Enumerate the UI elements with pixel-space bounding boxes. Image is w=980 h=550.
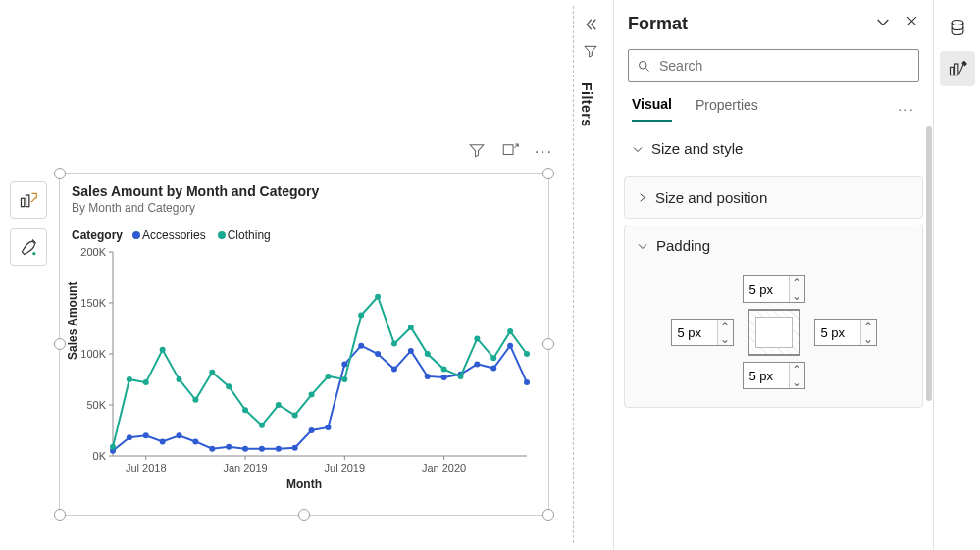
svg-point-52 <box>160 347 166 353</box>
svg-text:Jan 2019: Jan 2019 <box>223 462 267 474</box>
filter-icon[interactable] <box>468 141 486 163</box>
data-pane-icon[interactable] <box>940 10 975 45</box>
chart-subtitle: By Month and Category <box>72 201 537 215</box>
svg-point-58 <box>259 423 265 428</box>
svg-point-54 <box>192 397 198 403</box>
resize-handle[interactable] <box>54 168 66 179</box>
scrollbar[interactable] <box>926 126 932 401</box>
svg-point-32 <box>259 446 265 452</box>
step-down-icon[interactable]: ⌄ <box>790 289 804 302</box>
resize-handle[interactable] <box>298 509 310 521</box>
svg-point-63 <box>341 376 347 382</box>
legend-swatch <box>132 231 140 239</box>
section-size-and-style[interactable]: Size and style <box>624 123 923 171</box>
expand-pane-icon[interactable] <box>875 14 891 33</box>
svg-point-47 <box>507 343 513 349</box>
format-painter-button[interactable] <box>10 228 47 266</box>
padding-bottom-input[interactable]: ⌃⌄ <box>743 362 805 389</box>
resize-handle[interactable] <box>542 509 554 521</box>
svg-point-64 <box>358 312 364 318</box>
svg-point-40 <box>391 367 397 373</box>
svg-point-38 <box>358 343 364 349</box>
svg-point-75 <box>640 61 647 69</box>
tab-overflow-icon[interactable]: ··· <box>898 101 915 117</box>
step-up-icon[interactable]: ⌃ <box>861 320 876 332</box>
x-axis-label: Month <box>72 477 537 491</box>
svg-rect-1 <box>26 195 29 207</box>
chart-plot: 0K50K100K150K200KJul 2018Jan 2019Jul 201… <box>72 246 533 481</box>
format-search[interactable] <box>628 49 919 82</box>
svg-point-39 <box>375 351 381 357</box>
insert-chart-button[interactable] <box>10 181 47 219</box>
svg-point-30 <box>226 444 232 450</box>
search-input[interactable] <box>659 58 910 74</box>
resize-handle[interactable] <box>54 338 66 350</box>
svg-point-67 <box>408 325 414 330</box>
padding-left-input[interactable]: ⌃⌄ <box>671 319 734 346</box>
svg-point-62 <box>325 374 331 379</box>
svg-point-57 <box>242 407 248 413</box>
section-label: Padding <box>656 237 710 254</box>
svg-point-60 <box>292 412 298 418</box>
section-label: Size and style <box>651 140 743 157</box>
svg-point-59 <box>276 402 282 408</box>
visual-actions: ··· <box>468 141 553 163</box>
chart-legend: Category AccessoriesClothing <box>72 228 537 242</box>
line-chart-visual[interactable]: Sales Amount by Month and Category By Mo… <box>59 173 549 516</box>
svg-text:Jul 2018: Jul 2018 <box>126 462 167 474</box>
svg-point-65 <box>375 294 381 300</box>
tab-visual[interactable]: Visual <box>632 96 672 122</box>
svg-point-29 <box>209 446 215 452</box>
svg-point-72 <box>490 355 496 361</box>
svg-point-28 <box>192 438 198 444</box>
resize-handle[interactable] <box>54 509 66 521</box>
format-pane-icon[interactable] <box>940 51 975 86</box>
more-options-icon[interactable]: ··· <box>535 143 553 161</box>
padding-right-input[interactable]: ⌃⌄ <box>814 319 877 346</box>
svg-point-73 <box>507 328 513 334</box>
svg-point-25 <box>143 432 149 438</box>
tab-properties[interactable]: Properties <box>696 97 758 121</box>
svg-point-70 <box>457 374 463 379</box>
svg-point-55 <box>209 370 215 375</box>
step-up-icon[interactable]: ⌃ <box>790 363 804 375</box>
svg-rect-0 <box>22 198 25 206</box>
filters-pane-label[interactable]: Filters <box>579 82 594 127</box>
step-down-icon[interactable]: ⌄ <box>861 332 876 345</box>
step-up-icon[interactable]: ⌃ <box>790 276 804 289</box>
pane-splitter[interactable] <box>573 6 574 543</box>
step-down-icon[interactable]: ⌄ <box>790 375 804 388</box>
svg-point-56 <box>226 383 232 389</box>
padding-editor: ⌃⌄ ⌃⌄ ⌃⌄ ⌃⌄ <box>625 266 922 407</box>
padding-top-input[interactable]: ⌃⌄ <box>743 275 805 303</box>
resize-handle[interactable] <box>542 338 554 350</box>
svg-text:200K: 200K <box>80 246 106 258</box>
section-padding[interactable]: Padding <box>625 225 922 266</box>
svg-rect-78 <box>954 64 957 75</box>
focus-mode-icon[interactable] <box>501 141 519 163</box>
step-up-icon[interactable]: ⌃ <box>718 320 733 332</box>
svg-point-51 <box>143 379 149 385</box>
filters-icon[interactable] <box>579 43 602 63</box>
resize-handle[interactable] <box>542 168 554 179</box>
svg-point-36 <box>325 425 331 430</box>
section-size-and-position[interactable]: Size and position <box>625 177 922 218</box>
svg-point-45 <box>474 361 480 367</box>
svg-point-74 <box>524 351 530 357</box>
svg-text:50K: 50K <box>86 399 106 411</box>
svg-text:150K: 150K <box>80 297 106 309</box>
svg-text:100K: 100K <box>80 348 106 360</box>
step-down-icon[interactable]: ⌄ <box>718 332 733 345</box>
svg-point-69 <box>441 367 447 373</box>
svg-point-66 <box>391 341 397 347</box>
close-pane-icon[interactable] <box>904 14 919 33</box>
collapse-filters-icon[interactable] <box>579 16 602 37</box>
svg-point-35 <box>309 427 315 433</box>
svg-point-76 <box>952 21 963 25</box>
svg-rect-77 <box>950 67 953 75</box>
padding-preview-box <box>748 309 800 356</box>
svg-point-43 <box>441 375 447 380</box>
section-label: Size and position <box>655 189 767 206</box>
legend-header: Category <box>72 228 123 242</box>
svg-point-68 <box>425 351 431 357</box>
